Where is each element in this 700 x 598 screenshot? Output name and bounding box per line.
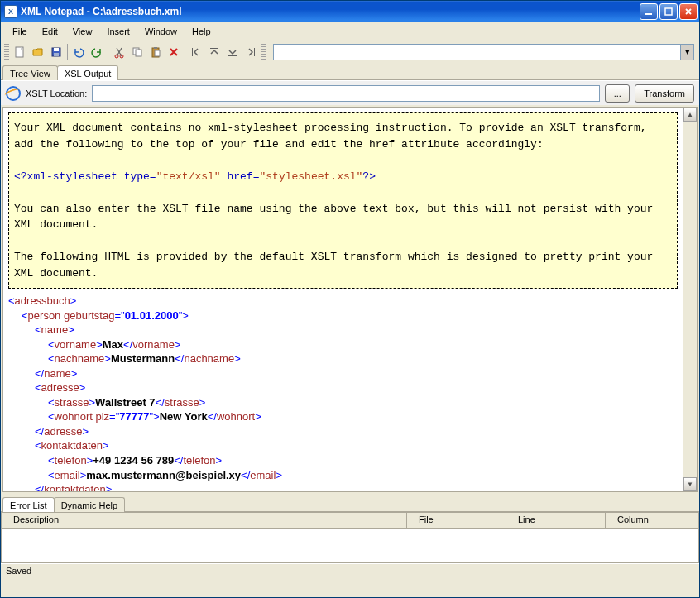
nudge-down-icon[interactable] xyxy=(223,43,242,61)
error-grid-body xyxy=(1,529,699,563)
open-icon[interactable] xyxy=(29,43,47,61)
address-input[interactable] xyxy=(274,45,680,60)
menu-view[interactable]: View xyxy=(66,25,99,38)
svg-rect-0 xyxy=(645,13,652,15)
tab-error-list[interactable]: Error List xyxy=(2,497,55,512)
menu-edit[interactable]: Edit xyxy=(36,25,65,38)
toolbar-grip-2[interactable] xyxy=(261,44,266,60)
output-panel: Your XML document contains no xml-styles… xyxy=(2,107,698,492)
ie-icon xyxy=(6,86,21,101)
xslt-location-input[interactable] xyxy=(92,85,600,102)
copy-icon[interactable] xyxy=(128,43,146,61)
undo-icon[interactable] xyxy=(70,43,88,61)
paste-icon[interactable] xyxy=(146,43,165,61)
tab-dynamic-help[interactable]: Dynamic Help xyxy=(54,497,125,512)
nudge-right-icon[interactable] xyxy=(242,43,260,61)
bottom-tabs: Error List Dynamic Help xyxy=(1,494,699,512)
svg-rect-16 xyxy=(254,48,255,56)
svg-rect-13 xyxy=(192,48,193,56)
scrollbar[interactable]: ▲ ▼ xyxy=(683,108,697,491)
app-icon: X xyxy=(4,5,17,18)
col-file[interactable]: File xyxy=(407,513,506,528)
error-grid-header: Description File Line Column xyxy=(1,512,699,529)
xslt-location-bar: XSLT Location: ... Transform xyxy=(1,80,699,105)
svg-rect-5 xyxy=(54,53,59,56)
menu-bar: File Edit View Insert Window Help xyxy=(1,22,699,41)
notice-box: Your XML document contains no xml-styles… xyxy=(8,112,678,289)
svg-rect-11 xyxy=(154,47,157,49)
window-title: XML Notepad - C:\adressbuch.xml xyxy=(21,6,640,17)
transform-button[interactable]: Transform xyxy=(635,84,694,103)
new-icon[interactable] xyxy=(11,43,29,61)
address-dropdown-icon[interactable]: ▾ xyxy=(680,45,693,60)
status-text: Saved xyxy=(6,566,31,576)
svg-rect-15 xyxy=(228,55,237,56)
view-tabs: Tree View XSL Output xyxy=(1,62,699,80)
scroll-down-icon[interactable]: ▼ xyxy=(683,477,697,491)
browse-button[interactable]: ... xyxy=(605,84,630,103)
save-icon[interactable] xyxy=(47,43,65,61)
svg-rect-14 xyxy=(210,48,218,49)
menu-insert[interactable]: Insert xyxy=(100,25,137,38)
maximize-button[interactable] xyxy=(659,3,678,20)
notice-p1: Your XML document contains no xml-styles… xyxy=(14,120,672,152)
svg-rect-12 xyxy=(155,50,160,56)
svg-rect-4 xyxy=(54,48,59,51)
col-description[interactable]: Description xyxy=(2,513,407,528)
scroll-up-icon[interactable]: ▲ xyxy=(683,108,697,122)
minimize-button[interactable] xyxy=(640,3,658,20)
xslt-location-label: XSLT Location: xyxy=(26,89,87,98)
svg-rect-9 xyxy=(136,50,141,56)
tab-xsl-output[interactable]: XSL Output xyxy=(57,65,118,80)
col-line[interactable]: Line xyxy=(506,513,606,528)
menu-window[interactable]: Window xyxy=(138,25,184,38)
col-column[interactable]: Column xyxy=(606,513,698,528)
notice-code: <?xml-stylesheet type="text/xsl" href="s… xyxy=(14,169,672,185)
svg-rect-1 xyxy=(665,8,672,15)
xml-pretty-print: <adressbuch> <person geburtstag="01.01.2… xyxy=(8,294,678,491)
cut-icon[interactable] xyxy=(110,43,128,61)
notice-p2: You can also enter the XSLT file name us… xyxy=(14,201,672,233)
tab-tree-view[interactable]: Tree View xyxy=(2,65,58,80)
toolbar-grip[interactable] xyxy=(4,44,9,60)
nudge-left-icon[interactable] xyxy=(187,43,205,61)
nudge-up-icon[interactable] xyxy=(205,43,223,61)
delete-icon[interactable] xyxy=(165,43,183,61)
address-box: ▾ xyxy=(273,44,694,60)
redo-icon[interactable] xyxy=(88,43,106,61)
toolbar: ▾ xyxy=(1,41,699,62)
close-button[interactable] xyxy=(679,3,698,20)
status-bar: Saved xyxy=(1,563,699,580)
notice-p3: The following HTML is provided by the de… xyxy=(14,249,672,281)
menu-file[interactable]: File xyxy=(6,25,34,38)
title-bar: X XML Notepad - C:\adressbuch.xml xyxy=(1,1,699,22)
menu-help[interactable]: Help xyxy=(185,25,218,38)
